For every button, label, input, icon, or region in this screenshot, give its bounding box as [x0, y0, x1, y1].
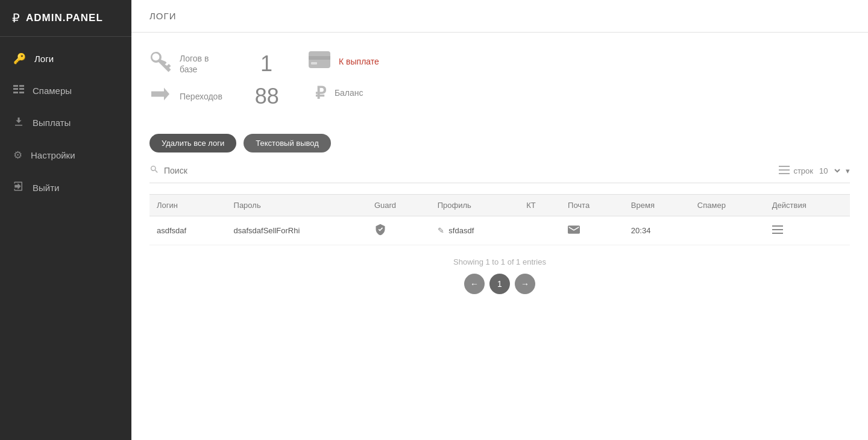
- svg-rect-9: [779, 166, 790, 167]
- gear-icon: ⚙: [13, 149, 22, 162]
- ruble-stat-icon: ₽: [315, 83, 326, 103]
- delete-all-button[interactable]: Удалить все логи: [149, 134, 236, 152]
- col-login: Логин: [149, 195, 227, 216]
- card-stat-icon: [309, 51, 330, 73]
- col-email: Почта: [561, 195, 624, 216]
- sidebar-item-spammers[interactable]: Спамеры: [0, 75, 131, 106]
- svg-rect-14: [772, 233, 783, 234]
- svg-rect-1: [19, 85, 24, 87]
- svg-rect-3: [19, 88, 24, 90]
- action-buttons: Удалить все логи Текстовый вывод: [149, 134, 850, 152]
- key-stat-icon: [149, 51, 171, 77]
- stat-logs-label: Логов в базе: [180, 53, 228, 75]
- stat-payout: К выплате: [309, 51, 379, 73]
- cell-profile: ✎ sfdasdf: [430, 216, 519, 245]
- svg-rect-8: [311, 62, 317, 64]
- svg-rect-4: [13, 92, 18, 93]
- stat-transitions-value: 88: [255, 84, 279, 109]
- col-profile: Профиль: [430, 195, 519, 216]
- cell-kt: [519, 216, 561, 245]
- stats-row-2: Переходов 88 ₽ Баланс: [149, 83, 850, 110]
- stat-logs-value: 1: [260, 51, 272, 77]
- sidebar-header: ₽ ADMIN.PANEL: [0, 0, 131, 37]
- rows-per-page-select[interactable]: 10 25 50 100: [817, 166, 842, 176]
- page-title: ЛОГИ: [131, 0, 868, 33]
- rows-label: строк: [793, 166, 813, 175]
- sidebar-item-logs[interactable]: 🔑 Логи: [0, 43, 131, 75]
- logout-icon: [13, 181, 24, 195]
- download-icon: [13, 116, 24, 130]
- svg-rect-2: [13, 88, 18, 90]
- stat-balance-label: Баланс: [335, 87, 363, 98]
- sidebar-title: ADMIN.PANEL: [26, 12, 103, 24]
- col-actions: Действия: [765, 195, 850, 216]
- svg-rect-5: [19, 92, 24, 93]
- col-time: Время: [624, 195, 690, 216]
- sidebar-item-settings-label: Настройки: [31, 150, 75, 160]
- logs-table: Логин Пароль Guard Профиль КТ Почта Врем…: [149, 194, 850, 245]
- stat-transitions-label: Переходов: [180, 91, 222, 102]
- sidebar-nav: 🔑 Логи Спамеры Выплаты ⚙ Настройки Выйти: [0, 37, 131, 440]
- prev-page-button[interactable]: ←: [464, 274, 485, 294]
- table-row: asdfsdaf dsafsdafSellForRhi ✎ sfdasdf: [149, 216, 850, 245]
- cell-spammer: [690, 216, 765, 245]
- cell-guard: [367, 216, 430, 245]
- sidebar-item-payouts-label: Выплаты: [33, 118, 71, 128]
- stat-logs-count: Логов в базе 1: [149, 51, 272, 77]
- pagination: ← 1 →: [149, 274, 850, 294]
- cell-email: [561, 216, 624, 245]
- svg-rect-0: [13, 85, 18, 87]
- cell-time: 20:34: [624, 216, 690, 245]
- sidebar-item-settings[interactable]: ⚙ Настройки: [0, 139, 131, 171]
- sidebar-item-spammers-label: Спамеры: [33, 86, 72, 96]
- shield-icon: [374, 227, 386, 237]
- pencil-icon: ✎: [438, 226, 444, 235]
- key-icon: 🔑: [13, 52, 26, 65]
- col-guard: Guard: [367, 195, 430, 216]
- rows-selector: строк 10 25 50 100 ▾: [779, 166, 850, 176]
- sidebar: ₽ ADMIN.PANEL 🔑 Логи Спамеры Выплаты ⚙ Н…: [0, 0, 131, 440]
- main-body: Логов в базе 1 К выплате Переходов 88: [131, 33, 868, 440]
- chevron-down-icon: ▾: [846, 166, 850, 175]
- ruble-icon: ₽: [12, 11, 20, 25]
- stat-balance: ₽ Баланс: [315, 83, 363, 103]
- stat-transitions: Переходов 88: [149, 83, 279, 110]
- cell-login: asdfsdaf: [149, 216, 227, 245]
- table-header-row: Логин Пароль Guard Профиль КТ Почта Врем…: [149, 195, 850, 216]
- svg-rect-10: [779, 169, 790, 171]
- envelope-icon: [568, 225, 580, 236]
- page-1-button[interactable]: 1: [489, 274, 510, 294]
- actions-menu-icon[interactable]: [772, 227, 783, 236]
- sidebar-item-logout-label: Выйти: [33, 183, 59, 193]
- col-kt: КТ: [519, 195, 561, 216]
- search-wrap: [149, 165, 779, 177]
- search-row: строк 10 25 50 100 ▾: [149, 165, 850, 183]
- main-content: ЛОГИ Логов в базе 1 К выплате: [131, 0, 868, 440]
- pagination-info: Showing 1 to 1 of 1 entries: [149, 257, 850, 266]
- svg-rect-11: [779, 173, 790, 174]
- cell-password: dsafsdafSellForRhi: [227, 216, 367, 245]
- stat-payout-label: К выплате: [339, 56, 379, 67]
- profile-text: sfdasdf: [448, 226, 474, 235]
- table-icon: [13, 84, 24, 96]
- col-spammer: Спамер: [690, 195, 765, 216]
- svg-rect-7: [309, 56, 330, 60]
- rows-selector-icon: [779, 166, 790, 176]
- cell-actions[interactable]: [765, 216, 850, 245]
- search-input[interactable]: [164, 166, 345, 175]
- next-page-button[interactable]: →: [515, 274, 535, 294]
- sidebar-item-logout[interactable]: Выйти: [0, 171, 131, 204]
- svg-rect-13: [772, 229, 783, 230]
- sidebar-item-payouts[interactable]: Выплаты: [0, 106, 131, 139]
- arrow-stat-icon: [149, 83, 171, 110]
- text-output-button[interactable]: Текстовый вывод: [244, 134, 330, 152]
- svg-rect-12: [772, 225, 783, 227]
- search-icon: [149, 165, 159, 177]
- stats-row: Логов в базе 1 К выплате: [149, 51, 850, 77]
- col-password: Пароль: [227, 195, 367, 216]
- sidebar-item-logs-label: Логи: [34, 54, 54, 64]
